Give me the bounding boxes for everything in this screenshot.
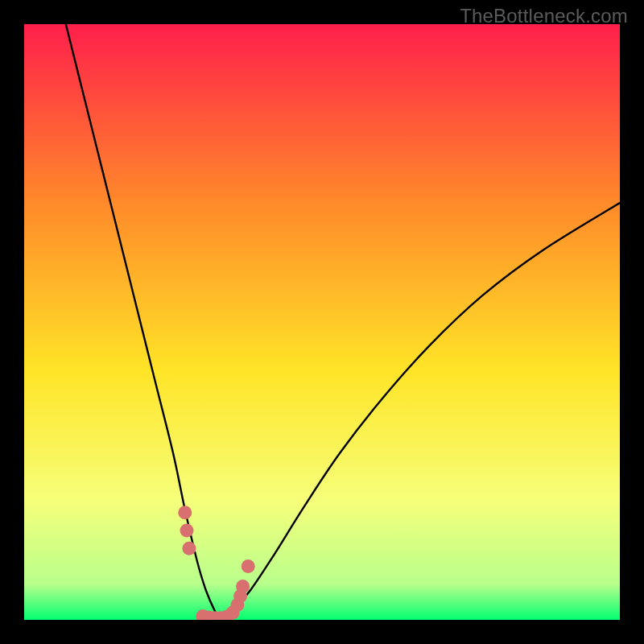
- curve-layer: [24, 24, 620, 620]
- data-markers: [178, 506, 254, 620]
- data-marker: [236, 580, 250, 593]
- data-marker: [182, 542, 196, 555]
- frame: TheBottleneck.com: [0, 0, 644, 644]
- data-marker: [178, 506, 192, 519]
- data-marker: [242, 559, 255, 573]
- curve-right-branch: [221, 203, 620, 620]
- curve-left-branch: [66, 24, 221, 620]
- data-marker: [180, 524, 194, 538]
- plot-area: [24, 24, 620, 620]
